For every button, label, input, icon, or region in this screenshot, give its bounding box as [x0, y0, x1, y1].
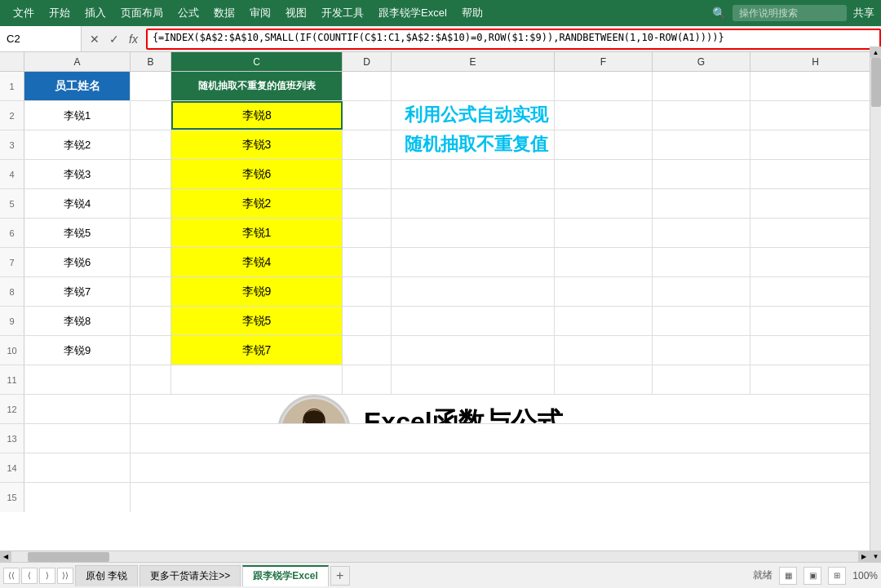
v-scroll-thumb[interactable] [871, 58, 881, 107]
vertical-scrollbar[interactable]: ▲ ▼ [870, 46, 881, 562]
view-normal-btn[interactable]: ▦ [779, 567, 797, 585]
sheet-tab-0[interactable]: 原创 李锐 [75, 565, 138, 586]
cell-a2[interactable]: 李锐1 [24, 101, 131, 130]
cell-reference-box[interactable]: C2 [0, 26, 82, 51]
menu-insert[interactable]: 插入 [78, 2, 113, 24]
cell-c7[interactable]: 李锐4 [171, 248, 343, 276]
view-page-btn[interactable]: ▣ [804, 567, 821, 585]
cell-h2[interactable] [750, 101, 881, 130]
cell-rest14[interactable] [131, 453, 881, 482]
v-scroll-track[interactable] [870, 58, 881, 550]
cell-a1[interactable]: 员工姓名 [24, 72, 131, 100]
v-scroll-down-btn[interactable]: ▼ [870, 550, 882, 562]
cell-e9[interactable] [392, 307, 555, 335]
cell-a7[interactable]: 李锐6 [24, 248, 131, 276]
cell-b2[interactable] [131, 101, 171, 130]
cell-a3[interactable]: 李锐2 [24, 130, 131, 159]
cell-g8[interactable] [653, 277, 750, 306]
menu-page-layout[interactable]: 页面布局 [114, 2, 170, 24]
cell-a14[interactable] [24, 453, 131, 482]
horizontal-scrollbar[interactable]: ◀ ▶ [0, 550, 870, 562]
cell-g9[interactable] [653, 307, 750, 335]
cell-rest13[interactable] [131, 424, 881, 453]
menu-formula[interactable]: 公式 [171, 2, 206, 24]
cell-f8[interactable] [555, 277, 653, 306]
cell-a13[interactable] [24, 424, 131, 453]
add-sheet-button[interactable]: + [330, 566, 350, 586]
cell-b7[interactable] [131, 248, 171, 276]
cell-b8[interactable] [131, 277, 171, 306]
cell-e1[interactable] [392, 72, 555, 100]
search-input[interactable] [733, 5, 847, 21]
menu-data[interactable]: 数据 [207, 2, 241, 24]
cell-d11[interactable] [343, 365, 392, 394]
cell-f9[interactable] [555, 307, 653, 335]
cell-e6[interactable] [392, 219, 555, 247]
tab-nav-next[interactable]: ⟩ [39, 568, 55, 584]
tab-nav-first[interactable]: ⟨⟨ [3, 568, 20, 584]
cell-d7[interactable] [343, 248, 392, 276]
col-header-c[interactable]: C [171, 52, 343, 71]
cell-d2[interactable] [343, 101, 392, 130]
cell-e4[interactable] [392, 160, 555, 188]
cell-d3[interactable] [343, 130, 392, 159]
menu-file[interactable]: 文件 [7, 2, 41, 24]
cell-f11[interactable] [555, 365, 653, 394]
cell-rest15[interactable] [131, 483, 881, 512]
menu-home[interactable]: 开始 [42, 2, 77, 24]
cell-b10[interactable] [131, 336, 171, 365]
formula-confirm-icon[interactable]: ✓ [106, 31, 122, 47]
cell-f7[interactable] [555, 248, 653, 276]
menu-lirui-excel[interactable]: 跟李锐学Excel [372, 2, 454, 24]
cell-h10[interactable] [750, 336, 881, 365]
cell-d5[interactable] [343, 189, 392, 218]
cell-e7[interactable] [392, 248, 555, 276]
cell-h6[interactable] [750, 219, 881, 247]
cell-h11[interactable] [750, 365, 881, 394]
cell-h8[interactable] [750, 277, 881, 306]
cell-f4[interactable] [555, 160, 653, 188]
cell-b4[interactable] [131, 160, 171, 188]
cell-a15[interactable] [24, 483, 131, 512]
formula-cancel-icon[interactable]: ✕ [86, 31, 103, 47]
menu-help[interactable]: 帮助 [455, 2, 489, 24]
cell-b3[interactable] [131, 130, 171, 159]
cell-b1[interactable] [131, 72, 171, 100]
cell-c11[interactable] [171, 365, 343, 394]
col-header-h[interactable]: H [750, 52, 881, 71]
cell-b5[interactable] [131, 189, 171, 218]
cell-h9[interactable] [750, 307, 881, 335]
cell-g5[interactable] [653, 189, 750, 218]
cell-f3[interactable] [555, 130, 653, 159]
cell-g10[interactable] [653, 336, 750, 365]
cell-e8[interactable] [392, 277, 555, 306]
cell-h1[interactable] [750, 72, 881, 100]
cell-d8[interactable] [343, 277, 392, 306]
cell-h3[interactable] [750, 130, 881, 159]
share-button[interactable]: 共享 [853, 6, 874, 20]
col-header-e[interactable]: E [392, 52, 555, 71]
sheet-tab-1[interactable]: 更多干货请关注>> [139, 565, 241, 586]
cell-b6[interactable] [131, 219, 171, 247]
formula-fx-icon[interactable]: fx [126, 31, 141, 47]
cell-a9[interactable]: 李锐8 [24, 307, 131, 335]
col-header-d[interactable]: D [343, 52, 392, 71]
tab-nav-last[interactable]: ⟩⟩ [57, 568, 73, 584]
sheet-tab-2[interactable]: 跟李锐学Excel [242, 565, 328, 586]
cell-h4[interactable] [750, 160, 881, 188]
h-scroll-track[interactable] [11, 551, 858, 562]
cell-b9[interactable] [131, 307, 171, 335]
cell-a6[interactable]: 李锐5 [24, 219, 131, 247]
cell-g6[interactable] [653, 219, 750, 247]
cell-c5[interactable]: 李锐2 [171, 189, 343, 218]
col-header-b[interactable]: B [131, 52, 171, 71]
cell-c8[interactable]: 李锐9 [171, 277, 343, 306]
h-scroll-right-btn[interactable]: ▶ [858, 551, 870, 563]
menu-view[interactable]: 视图 [279, 2, 313, 24]
view-break-btn[interactable]: ⊞ [828, 567, 846, 585]
h-scroll-thumb[interactable] [28, 552, 109, 562]
formula-input[interactable]: {=INDEX($A$2:$A$10,SMALL(IF(COUNTIF(C$1:… [146, 29, 881, 50]
cell-d4[interactable] [343, 160, 392, 188]
cell-c2[interactable]: 李锐8 [171, 101, 343, 130]
cell-f5[interactable] [555, 189, 653, 218]
